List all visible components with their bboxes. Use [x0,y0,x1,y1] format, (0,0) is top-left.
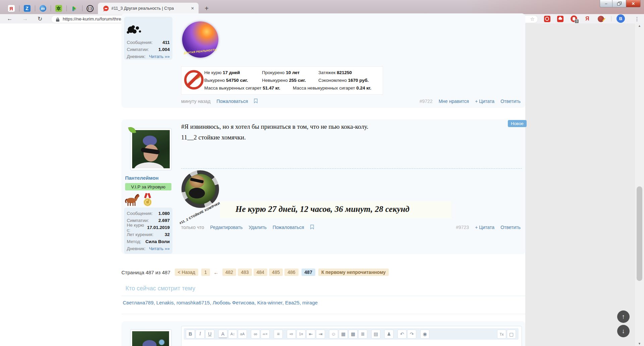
stat-value[interactable]: 1.004 [158,47,170,52]
extension-red-target-icon[interactable] [544,15,550,22]
post-number[interactable]: #9722 [420,99,433,104]
post-action-link[interactable]: Ответить [500,225,521,230]
extension-adblock-hand-icon[interactable]: 3 [571,15,577,22]
first-page-button[interactable]: 1 [201,269,210,276]
bookmark-icon[interactable] [254,99,258,104]
pinned-tab-video[interactable] [66,3,82,14]
user-avatar[interactable] [130,128,172,170]
editor-btn-font-size[interactable]: A↕ [228,330,237,339]
scrollbar-down-icon[interactable]: ▼ [635,341,644,346]
scrollbar-track[interactable] [635,23,644,346]
scroll-to-bottom-button[interactable]: ↓ [617,325,630,337]
stat-value[interactable]: 17.01.2019 [147,225,170,230]
profile-avatar[interactable]: B [616,14,625,23]
editor-btn-indent[interactable]: ⇥ [316,330,325,339]
active-tab[interactable]: #11_3 Другая реальность | Стра ✕ [98,3,199,14]
post-number[interactable]: #9723 [456,225,469,230]
stat-value[interactable]: 32 [165,232,170,237]
first-unread-button[interactable]: К первому непрочитанному [318,269,389,276]
editor-btn-alignment[interactable]: ≡ [274,330,283,339]
editor-btn-insert-link[interactable]: ∞ [251,330,260,339]
editor-btn-underline[interactable]: U [205,330,214,339]
watching-user-link[interactable]: romashka6715 [176,300,210,305]
watching-user-link[interactable]: Ева25 [285,300,300,305]
editor-btn-icon: ◉ [423,331,427,337]
stat-value[interactable]: Сила Воли [146,239,170,244]
editor-btn-icon: aA [240,332,245,336]
minimize-button[interactable]: – [600,0,612,7]
back-icon[interactable]: ← [5,14,15,23]
editor-btn-camera[interactable]: ◉ [420,330,429,339]
scrollbar-thumb[interactable] [637,186,642,281]
page-number-button[interactable]: 486 [284,269,298,276]
extension-yandex-icon[interactable]: Я [584,15,591,22]
watching-user-link[interactable]: Lenakis [156,300,174,305]
stat-value[interactable]: Читать »» [149,54,170,59]
editor-btn-unlink[interactable]: ∞× [261,330,270,339]
editor-btn-numbered-list[interactable]: 1≡ [297,330,306,339]
stat-value[interactable]: Читать »» [149,246,170,251]
browser-menu-icon[interactable]: ⋮ [632,14,642,23]
stat-value[interactable]: 411 [162,40,170,45]
report-link[interactable]: Пожаловаться [216,99,248,104]
post-manage-link[interactable]: Пожаловаться [273,225,304,230]
pinned-tab-yandex[interactable]: Я [3,3,19,14]
brackets-icon: ( ) [87,5,94,12]
editor-btn-outdent[interactable]: ⇤ [306,330,315,339]
current-page-button[interactable]: 487 [302,269,315,276]
back-page-button[interactable]: < Назад [175,269,198,276]
editor-btn-remove-format[interactable]: Tx [497,330,506,339]
extension-cloud-icon[interactable] [557,15,564,22]
page-number-button[interactable]: 485 [269,269,283,276]
banner-cell: Прокурено 10 лет [262,70,318,75]
post-action-link[interactable]: + Цитата [475,99,494,104]
close-button[interactable]: ✕ [626,0,641,7]
forward-icon[interactable]: → [20,14,30,23]
watching-user-link[interactable]: Kira-winner [257,300,282,305]
pinned-tab-zen[interactable]: Z [19,3,35,14]
editor-btn-smilies[interactable]: ☺ [329,330,338,339]
bookmark-icon[interactable] [310,225,314,230]
medal-trophy-icon [142,193,153,209]
username-link[interactable]: Пантелеймон [125,175,159,181]
page-number-button[interactable]: 482 [222,269,236,276]
editor-btn-undo[interactable]: ↶ [397,330,407,339]
post-manage-link[interactable]: Редактировать [210,225,243,230]
editor-btn-insert-quote[interactable]: ≣ [358,330,367,339]
reply-editor[interactable]: BIUAA↕aA∞∞×≡•≡1≡⇤⇥☺▦▩≣▤♟↶↷◉ Tx▢ [181,326,522,346]
editor-btn-bbcode[interactable]: ▢ [507,330,516,339]
editor-btn-text-color[interactable]: A [218,330,227,339]
pinned-tab-mail[interactable]: m [35,3,51,14]
post-action-link[interactable]: + Цитата [475,225,494,230]
editor-btn-bold[interactable]: B [186,330,195,339]
post-manage-link[interactable]: Удалить [249,225,266,230]
watching-user-link[interactable]: Любовь Фетисова [213,300,255,305]
reload-icon[interactable]: ↻ [35,14,45,23]
watching-section-title: Кто сейчас смотрит тему [125,285,195,292]
editor-btn-save-draft[interactable]: ▤ [371,330,380,339]
bookmark-star-icon[interactable]: ☆ [530,16,535,22]
post-action-link[interactable]: Ответить [500,99,521,104]
extension-pencil-icon[interactable] [597,15,604,22]
scrollbar-up-icon[interactable]: ▲ [635,23,644,28]
editor-btn-bullet-list[interactable]: •≡ [287,330,296,339]
editor-btn-insert-user[interactable]: ♟ [384,330,393,339]
tab-close-icon[interactable]: ✕ [190,6,195,11]
scroll-to-top-button[interactable]: ↑ [617,310,630,323]
stat-value[interactable]: 2.697 [158,218,170,223]
restore-button[interactable] [612,0,626,7]
editor-btn-redo[interactable]: ↷ [407,330,416,339]
new-tab-button[interactable]: + [203,4,211,12]
pinned-tab-green-app[interactable]: ✲ [51,3,66,14]
editor-btn-insert-media[interactable]: ▩ [348,330,358,339]
page-number-button[interactable]: 483 [238,269,252,276]
page-number-button[interactable]: 484 [254,269,267,276]
pinned-tab-brackets[interactable]: ( ) [82,3,98,14]
editor-btn-insert-image[interactable]: ▦ [339,330,348,339]
watching-user-link[interactable]: mirage [302,300,318,305]
watching-user-link[interactable]: Светлана789 [123,300,154,305]
editor-btn-italic[interactable]: I [196,330,205,339]
post-action-link[interactable]: Мне нравится [439,99,469,104]
stat-value[interactable]: 1.080 [158,211,170,216]
editor-btn-text-case[interactable]: aA [238,330,247,339]
